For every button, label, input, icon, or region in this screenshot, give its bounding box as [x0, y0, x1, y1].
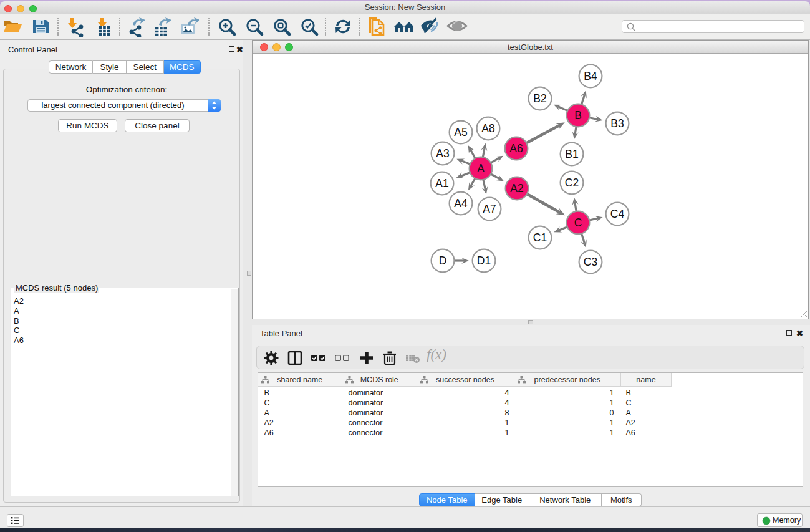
svg-text:B3: B3	[610, 117, 624, 130]
svg-text:B1: B1	[565, 148, 578, 160]
svg-text:C3: C3	[584, 256, 597, 268]
svg-text:A3: A3	[436, 147, 449, 160]
svg-text:B: B	[574, 109, 582, 122]
svg-text:B4: B4	[584, 70, 597, 82]
svg-text:A2: A2	[510, 182, 523, 195]
svg-text:C2: C2	[565, 177, 579, 189]
svg-text:C: C	[574, 216, 582, 229]
svg-text:A5: A5	[454, 126, 467, 138]
svg-text:A: A	[477, 162, 485, 175]
svg-text:C4: C4	[610, 208, 625, 220]
svg-text:A4: A4	[454, 197, 468, 210]
svg-text:B2: B2	[533, 92, 546, 105]
svg-text:D1: D1	[477, 254, 491, 267]
svg-text:A1: A1	[435, 177, 448, 190]
svg-text:A6: A6	[509, 142, 523, 155]
svg-text:A8: A8	[481, 122, 494, 135]
svg-text:D: D	[439, 254, 447, 267]
svg-text:C1: C1	[533, 231, 547, 244]
svg-text:A7: A7	[483, 203, 496, 215]
